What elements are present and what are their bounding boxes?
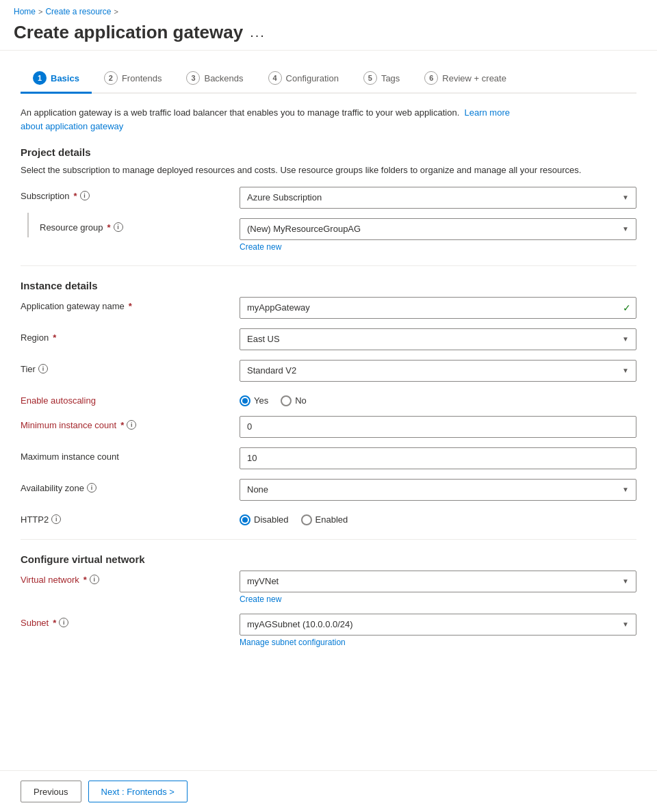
subscription-label-col: Subscription * i <box>21 187 233 201</box>
vnet-label-col: Virtual network * i <box>21 571 233 585</box>
region-arrow: ▼ <box>622 335 629 343</box>
autoscaling-no-radio[interactable] <box>281 395 292 406</box>
tab-backends[interactable]: 3 Backends <box>174 64 255 94</box>
app-gateway-check-icon: ✓ <box>623 302 631 313</box>
autoscaling-no-option[interactable]: No <box>281 395 307 406</box>
breadcrumb-sep2: > <box>114 8 118 16</box>
http2-disabled-option[interactable]: Disabled <box>240 514 289 525</box>
app-gateway-name-input[interactable] <box>240 297 636 319</box>
page-title: Create application gateway <box>14 22 243 43</box>
region-dropdown[interactable]: East US ▼ <box>240 328 636 350</box>
http2-info-icon[interactable]: i <box>51 514 61 524</box>
autoscaling-no-label: No <box>295 395 307 406</box>
autoscaling-yes-radio[interactable] <box>240 395 250 406</box>
region-control: East US ▼ <box>240 328 636 350</box>
resource-group-arrow: ▼ <box>622 225 629 233</box>
http2-label: HTTP2 <box>21 514 49 525</box>
autoscaling-radio-group: Yes No <box>240 391 636 406</box>
subnet-dropdown[interactable]: myAGSubnet (10.0.0.0/24) ▼ <box>240 614 636 636</box>
min-instance-label-col: Minimum instance count * i <box>21 416 233 430</box>
min-instance-input[interactable] <box>240 416 636 438</box>
tab-configuration-step: 4 <box>268 71 282 85</box>
tab-review-label: Review + create <box>442 73 506 83</box>
min-instance-row: Minimum instance count * i <box>21 416 636 438</box>
http2-enabled-option[interactable]: Enabled <box>301 514 348 525</box>
about-link[interactable]: about application gateway <box>21 121 123 131</box>
vnet-arrow: ▼ <box>622 577 629 585</box>
tab-basics[interactable]: 1 Basics <box>21 64 92 94</box>
breadcrumb-home[interactable]: Home <box>14 7 36 16</box>
availability-zone-control: None ▼ <box>240 479 636 501</box>
info-description: An application gateway is a web traffic … <box>21 107 459 118</box>
info-text-block: An application gateway is a web traffic … <box>21 106 636 133</box>
subscription-control: Azure Subscription ▼ <box>240 187 636 209</box>
max-instance-control <box>240 447 636 469</box>
http2-radio-group: Disabled Enabled <box>240 510 636 525</box>
learn-more-link[interactable]: Learn more <box>464 107 509 118</box>
tier-control: Standard V2 ▼ <box>240 360 636 382</box>
tab-review-step: 6 <box>424 71 438 85</box>
tab-tags-step: 5 <box>363 71 377 85</box>
subnet-info-icon[interactable]: i <box>59 618 68 627</box>
http2-row: HTTP2 i Disabled Enabled <box>21 510 636 525</box>
subscription-dropdown[interactable]: Azure Subscription ▼ <box>240 187 636 209</box>
autoscaling-row: Enable autoscaling Yes No <box>21 391 636 406</box>
http2-enabled-label: Enabled <box>315 514 348 525</box>
subnet-label: Subnet <box>21 618 49 628</box>
resource-group-info-icon[interactable]: i <box>114 222 123 232</box>
max-instance-input[interactable] <box>240 447 636 469</box>
region-required: * <box>53 332 56 343</box>
subscription-required: * <box>74 191 77 201</box>
tier-row: Tier i Standard V2 ▼ <box>21 360 636 382</box>
previous-button[interactable]: Previous <box>21 781 81 802</box>
virtual-network-header: Configure virtual network <box>21 553 636 565</box>
tab-tags-label: Tags <box>381 73 400 83</box>
project-details-header: Project details <box>21 146 636 158</box>
availability-zone-label: Availability zone <box>21 483 84 493</box>
tab-frontends[interactable]: 2 Frontends <box>92 64 175 94</box>
autoscaling-control: Yes No <box>240 391 636 406</box>
app-gateway-name-label-col: Application gateway name * <box>21 297 233 311</box>
http2-disabled-radio[interactable] <box>240 514 250 525</box>
http2-enabled-radio[interactable] <box>301 514 312 525</box>
tier-info-icon[interactable]: i <box>38 364 48 374</box>
tab-configuration[interactable]: 4 Configuration <box>256 64 351 94</box>
max-instance-label: Maximum instance count <box>21 451 119 462</box>
vnet-info-icon[interactable]: i <box>90 575 99 584</box>
region-row: Region * East US ▼ <box>21 328 636 350</box>
manage-subnet-link[interactable]: Manage subnet configuration <box>240 638 346 647</box>
tier-dropdown[interactable]: Standard V2 ▼ <box>240 360 636 382</box>
autoscaling-yes-option[interactable]: Yes <box>240 395 268 406</box>
region-label-col: Region * <box>21 328 233 343</box>
tab-review-create[interactable]: 6 Review + create <box>412 64 519 94</box>
project-details-desc: Select the subscription to manage deploy… <box>21 163 636 177</box>
breadcrumb: Home > Create a resource > <box>14 7 643 16</box>
subscription-arrow: ▼ <box>622 194 629 201</box>
region-label: Region <box>21 332 49 343</box>
vnet-create-new[interactable]: Create new <box>240 594 281 604</box>
next-button[interactable]: Next : Frontends > <box>88 781 188 802</box>
tier-label-col: Tier i <box>21 360 233 374</box>
tab-frontends-label: Frontends <box>122 73 162 83</box>
subscription-info-icon[interactable]: i <box>80 191 90 200</box>
min-instance-info-icon[interactable]: i <box>127 420 136 430</box>
breadcrumb-create-resource[interactable]: Create a resource <box>45 7 111 16</box>
tab-backends-label: Backends <box>204 73 243 83</box>
vnet-required: * <box>83 575 87 585</box>
vnet-value: myVNet <box>247 576 279 586</box>
resource-group-create-new[interactable]: Create new <box>240 242 281 252</box>
section-divider-2 <box>21 539 636 540</box>
page-menu-icon[interactable]: ... <box>250 25 266 40</box>
wizard-tabs: 1 Basics 2 Frontends 3 Backends 4 Config… <box>21 64 636 94</box>
subnet-control: myAGSubnet (10.0.0.0/24) ▼ Manage subnet… <box>240 614 636 647</box>
availability-zone-info-icon[interactable]: i <box>87 483 96 493</box>
tab-tags[interactable]: 5 Tags <box>351 64 412 94</box>
resource-group-control: (New) MyResourceGroupAG ▼ Create new <box>240 218 636 252</box>
subscription-value: Azure Subscription <box>247 192 322 202</box>
availability-zone-dropdown[interactable]: None ▼ <box>240 479 636 501</box>
region-value: East US <box>247 334 280 344</box>
resource-group-dropdown[interactable]: (New) MyResourceGroupAG ▼ <box>240 218 636 240</box>
vnet-dropdown[interactable]: myVNet ▼ <box>240 571 636 592</box>
subscription-row: Subscription * i Azure Subscription ▼ <box>21 187 636 209</box>
subnet-value: myAGSubnet (10.0.0.0/24) <box>247 619 353 629</box>
